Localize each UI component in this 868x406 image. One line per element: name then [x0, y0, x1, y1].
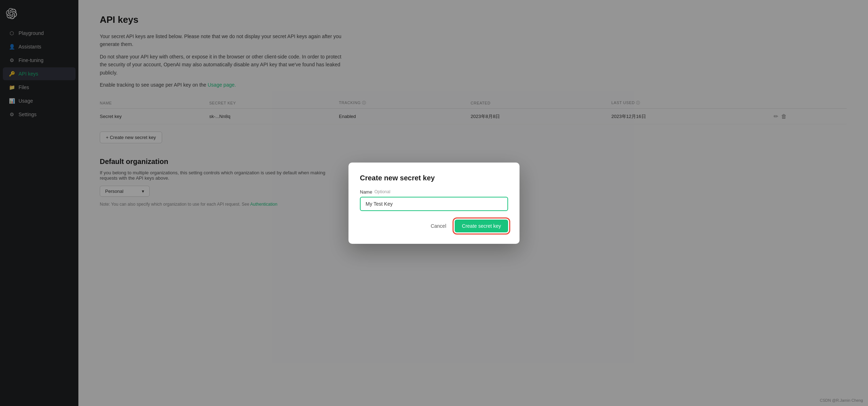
- modal-overlay[interactable]: Create new secret key Name Optional Canc…: [0, 0, 868, 406]
- modal-title: Create new secret key: [360, 174, 508, 182]
- modal-actions: Cancel Create secret key: [360, 220, 508, 232]
- cancel-button[interactable]: Cancel: [426, 220, 451, 232]
- key-name-input[interactable]: [360, 197, 508, 211]
- form-group-name: Name Optional: [360, 189, 508, 211]
- name-optional-label: Optional: [374, 189, 391, 194]
- create-secret-key-button[interactable]: Create secret key: [455, 220, 508, 232]
- name-label: Name Optional: [360, 189, 508, 195]
- create-secret-key-modal: Create new secret key Name Optional Canc…: [348, 163, 520, 244]
